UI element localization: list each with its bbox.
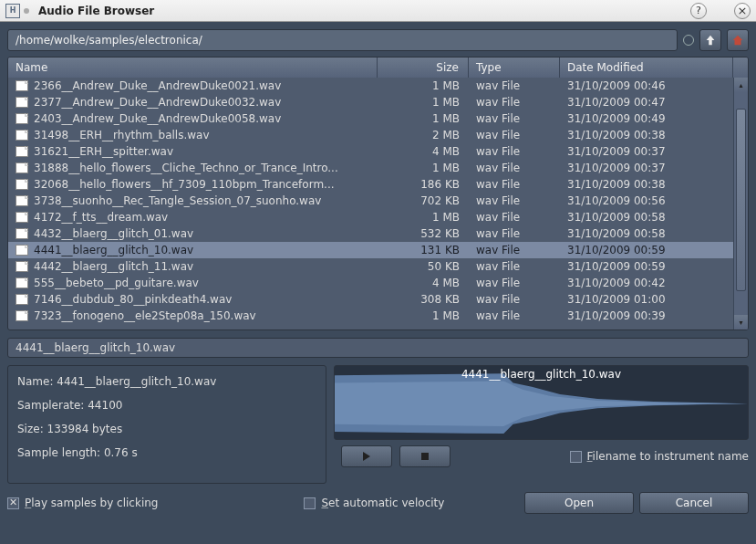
scroll-up-button[interactable]: ▴ [734,78,748,92]
scroll-down-button[interactable]: ▾ [734,315,748,330]
titlebar-separator [24,8,29,14]
cell-type: wav File [469,260,560,273]
scroll-thumb[interactable] [736,109,746,291]
cell-type: wav File [469,79,560,92]
close-button[interactable]: × [734,3,751,19]
table-row[interactable]: 31888__hello_flowers__Cliche_Techno_or_T… [8,160,733,176]
cell-type: wav File [469,211,560,224]
cell-date: 31/10/2009 00:59 [560,244,733,256]
file-icon [16,97,28,108]
info-size: Size: 133984 bytes [17,423,316,435]
cell-date: 31/10/2009 01:00 [560,293,733,306]
cell-size: 50 KB [378,260,469,273]
cancel-button[interactable]: Cancel [639,492,749,514]
cell-size: 1 MB [378,162,469,174]
cell-size: 1 MB [378,112,469,125]
parent-folder-button[interactable] [699,29,721,51]
column-header-date[interactable]: Date Modified [560,58,733,78]
cell-size: 532 KB [378,227,469,240]
table-row[interactable]: 4432__blaerg__glitch_01.wav532 KBwav Fil… [8,225,733,242]
cell-date: 31/10/2009 00:38 [560,178,733,191]
file-icon [16,277,28,288]
scrollbar-header [733,58,748,78]
cell-date: 31/10/2009 00:37 [560,162,733,174]
help-button[interactable]: ? [690,3,707,19]
file-info-panel: Name: 4441__blaerg__glitch_10.wav Sample… [7,365,326,484]
cell-date: 31/10/2009 00:56 [560,194,733,207]
cell-type: wav File [469,293,560,306]
scroll-track[interactable] [734,92,748,315]
set-automatic-velocity-checkbox[interactable]: Set automatic velocity [304,497,444,509]
selected-filename-bar: 4441__blaerg__glitch_10.wav [7,338,749,358]
cell-size: 1 MB [378,309,469,322]
open-button[interactable]: Open [524,492,634,514]
table-row[interactable]: 31498__ERH__rhythm_balls.wav2 MBwav File… [8,127,733,143]
file-icon [16,245,28,256]
file-icon [16,179,28,190]
cell-type: wav File [469,227,560,240]
path-status-icon [683,35,694,46]
window-titlebar: H Audio File Browser ? × [0,0,756,22]
cell-name: 555__bebeto__pd_guitare.wav [8,277,378,289]
waveform-title: 4441__blaerg__glitch_10.wav [335,368,748,381]
play-by-clicking-checkbox[interactable]: Play samples by clicking [7,497,158,509]
file-icon [16,294,28,305]
table-row[interactable]: 7146__dubdub_80__pinkdeath4.wav308 KBwav… [8,291,733,308]
table-row[interactable]: 7323__fonogeno__ele2Step08a_150.wav1 MBw… [8,308,733,324]
cell-name: 4441__blaerg__glitch_10.wav [8,244,378,256]
cell-type: wav File [469,112,560,125]
table-row[interactable]: 3738__suonho__Rec_Tangle_Session_07_suon… [8,193,733,209]
cell-type: wav File [469,194,560,207]
table-row[interactable]: 2377__Andrew_Duke__AndrewDuke0032.wav1 M… [8,94,733,110]
info-samplerate: Samplerate: 44100 [17,399,316,412]
stop-button[interactable] [399,445,450,467]
file-icon [16,261,28,272]
cell-date: 31/10/2009 00:42 [560,277,733,289]
table-row[interactable]: 32068__hello_flowers__hf_7309_110bpm_Tra… [8,176,733,193]
table-row[interactable]: 4442__blaerg__glitch_11.wav50 KBwav File… [8,258,733,275]
checkbox-icon[interactable] [7,497,19,509]
table-row[interactable]: 555__bebeto__pd_guitare.wav4 MBwav File3… [8,275,733,291]
play-button[interactable] [341,445,392,467]
cell-name: 4442__blaerg__glitch_11.wav [8,260,378,273]
home-button[interactable] [727,29,749,51]
path-input[interactable] [7,29,678,51]
cell-date: 31/10/2009 00:39 [560,309,733,322]
cell-size: 1 MB [378,96,469,109]
column-header-name[interactable]: Name [8,58,378,78]
filename-to-instrument-checkbox[interactable]: Filename to instrument name [570,450,749,463]
table-row[interactable]: 4172__f_tts__dream.wav1 MBwav File31/10/… [8,209,733,225]
app-icon: H [5,4,20,18]
cell-type: wav File [469,129,560,141]
cell-date: 31/10/2009 00:38 [560,129,733,141]
checkbox-icon[interactable] [304,497,316,509]
path-row [7,29,749,51]
cell-date: 31/10/2009 00:58 [560,227,733,240]
cell-size: 702 KB [378,194,469,207]
cell-type: wav File [469,145,560,158]
vertical-scrollbar[interactable]: ▴ ▾ [733,78,748,330]
cell-name: 31498__ERH__rhythm_balls.wav [8,129,378,141]
table-row[interactable]: 4441__blaerg__glitch_10.wav131 KBwav Fil… [8,242,733,258]
cell-date: 31/10/2009 00:37 [560,145,733,158]
table-row[interactable]: 31621__ERH__spitter.wav4 MBwav File31/10… [8,143,733,160]
checkbox-icon[interactable] [570,451,582,463]
table-body: 2366__Andrew_Duke__AndrewDuke0021.wav1 M… [8,78,733,330]
file-icon [16,162,28,173]
cell-date: 31/10/2009 00:49 [560,112,733,125]
column-header-size[interactable]: Size [378,58,469,78]
table-row[interactable]: 2403__Andrew_Duke__AndrewDuke0058.wav1 M… [8,110,733,127]
cell-name: 4172__f_tts__dream.wav [8,211,378,224]
cell-type: wav File [469,162,560,174]
cell-size: 131 KB [378,244,469,256]
cell-name: 31888__hello_flowers__Cliche_Techno_or_T… [8,162,378,174]
cell-name: 32068__hello_flowers__hf_7309_110bpm_Tra… [8,178,378,191]
column-header-type[interactable]: Type [469,58,560,78]
cell-date: 31/10/2009 00:59 [560,260,733,273]
table-row[interactable]: 2366__Andrew_Duke__AndrewDuke0021.wav1 M… [8,78,733,94]
cell-type: wav File [469,244,560,256]
file-icon [16,130,28,141]
cell-type: wav File [469,277,560,289]
cell-name: 2403__Andrew_Duke__AndrewDuke0058.wav [8,112,378,125]
cell-name: 3738__suonho__Rec_Tangle_Session_07_suon… [8,194,378,207]
